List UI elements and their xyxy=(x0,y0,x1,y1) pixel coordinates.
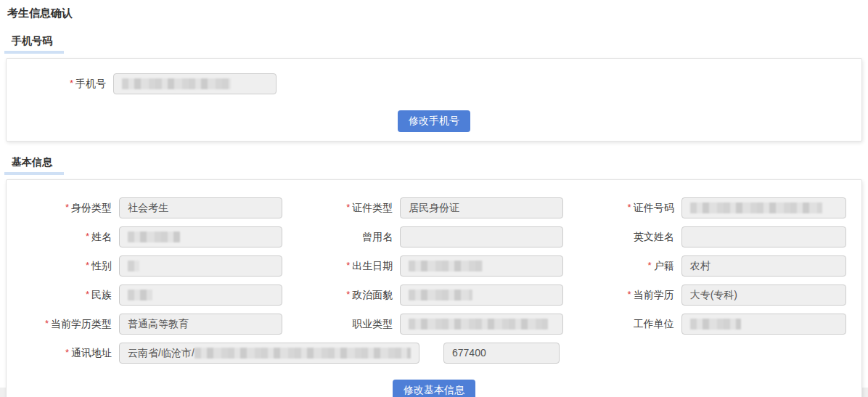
required-asterisk: * xyxy=(346,202,350,213)
basic-field-label: *工作单位 xyxy=(575,318,681,331)
address-input: 云南省/临沧市/ xyxy=(119,343,419,364)
basic-field-label: *职业类型 xyxy=(293,318,400,331)
phone-input xyxy=(113,73,277,94)
redacted-value xyxy=(690,319,741,330)
redacted-value xyxy=(128,261,139,271)
basic-field-input: 居民身份证 xyxy=(400,197,563,218)
required-asterisk: * xyxy=(628,202,631,213)
modify-phone-button[interactable]: 修改手机号 xyxy=(398,110,470,132)
required-asterisk: * xyxy=(346,289,350,300)
basic-field-label: *户籍 xyxy=(575,260,681,273)
basic-field-input: 社会考生 xyxy=(119,197,282,218)
basic-field-label: *证件类型 xyxy=(293,202,400,215)
redacted-value xyxy=(128,232,180,242)
basic-field-input xyxy=(119,226,282,247)
phone-card: *手机号 修改手机号 xyxy=(6,58,862,142)
required-asterisk: * xyxy=(86,289,89,300)
basic-field-label: *民族 xyxy=(12,289,119,302)
redacted-value xyxy=(128,290,152,300)
basic-field-label: *姓名 xyxy=(12,231,119,244)
page-title: 考生信息确认 xyxy=(0,0,868,20)
basic-field-row: *民族 xyxy=(12,285,293,306)
basic-section-header: 基本信息 xyxy=(4,156,64,175)
basic-field-input xyxy=(119,255,282,277)
basic-field-input xyxy=(119,285,282,306)
address-field-row: *通讯地址 云南省/临沧市/ 677400 xyxy=(7,343,861,364)
basic-field-row: *证件类型 居民身份证 xyxy=(293,197,574,218)
basic-field-row: *出生日期 xyxy=(293,255,574,277)
basic-field-row: *英文姓名 xyxy=(575,226,856,247)
basic-field-input xyxy=(681,226,846,247)
required-asterisk: * xyxy=(86,231,89,242)
basic-field-row: *政治面貌 xyxy=(293,285,574,306)
basic-field-label: *性别 xyxy=(12,260,119,273)
basic-field-row: *当前学历类型 普通高等教育 xyxy=(12,314,293,335)
redacted-value xyxy=(409,319,548,330)
basic-field-row: *性别 xyxy=(12,255,293,277)
basic-field-input xyxy=(400,285,563,306)
required-asterisk: * xyxy=(648,260,652,271)
basic-field-label: *当前学历 xyxy=(575,289,681,302)
required-asterisk: * xyxy=(65,202,69,213)
basic-field-input xyxy=(681,314,846,335)
phone-button-row: 修改手机号 xyxy=(7,110,861,132)
basic-field-row: *户籍 农村 xyxy=(575,255,856,277)
required-asterisk: * xyxy=(628,289,631,300)
redacted-value xyxy=(690,202,822,213)
redacted-phone-value xyxy=(122,78,231,89)
basic-field-row: *曾用名 xyxy=(293,226,574,247)
basic-fields-grid: *身份类型 社会考生 *证件类型 居民身份证 *证件号码 *姓名 *曾用名 *英… xyxy=(7,197,861,335)
basic-field-label: *当前学历类型 xyxy=(12,318,119,331)
basic-field-row: *当前学历 大专(专科) xyxy=(575,285,856,306)
basic-field-label: *出生日期 xyxy=(293,260,400,273)
basic-field-label: *曾用名 xyxy=(293,231,400,244)
phone-field-label: *手机号 xyxy=(7,78,113,91)
basic-field-label: *英文姓名 xyxy=(575,231,681,244)
basic-field-input: 大专(专科) xyxy=(681,285,846,306)
basic-field-row: *身份类型 社会考生 xyxy=(12,197,293,218)
basic-field-label: *身份类型 xyxy=(12,202,119,215)
phone-field-row: *手机号 xyxy=(7,73,861,94)
basic-field-label: *证件号码 xyxy=(575,202,681,215)
basic-field-input xyxy=(400,255,563,277)
postal-code-input: 677400 xyxy=(443,343,560,364)
basic-field-row: *职业类型 xyxy=(293,314,574,335)
basic-field-input xyxy=(400,226,563,247)
redacted-value xyxy=(409,290,472,300)
basic-field-label: *政治面貌 xyxy=(293,289,400,302)
required-asterisk: * xyxy=(70,78,73,89)
address-field-label: *通讯地址 xyxy=(12,347,119,360)
basic-field-row: *工作单位 xyxy=(575,314,856,335)
required-asterisk: * xyxy=(86,260,89,271)
basic-field-input xyxy=(681,197,846,218)
basic-field-input: 农村 xyxy=(681,255,846,277)
required-asterisk: * xyxy=(65,347,69,358)
basic-field-input: 普通高等教育 xyxy=(119,314,282,335)
basic-field-row: *证件号码 xyxy=(575,197,856,218)
basic-field-input xyxy=(400,314,563,335)
basic-field-row: *姓名 xyxy=(12,226,293,247)
phone-section-header: 手机号码 xyxy=(4,35,64,54)
required-asterisk: * xyxy=(346,260,350,271)
required-asterisk: * xyxy=(45,318,49,329)
basic-button-row: 修改基本信息 xyxy=(7,380,861,397)
basic-info-card: *身份类型 社会考生 *证件类型 居民身份证 *证件号码 *姓名 *曾用名 *英… xyxy=(6,179,862,397)
redacted-address-value xyxy=(195,348,411,359)
redacted-value xyxy=(409,261,483,271)
address-value-prefix: 云南省/临沧市/ xyxy=(128,343,195,363)
candidate-info-page: 考生信息确认 手机号码 *手机号 修改手机号 基本信息 *身份类型 社会考生 *… xyxy=(0,0,868,388)
modify-basic-info-button[interactable]: 修改基本信息 xyxy=(393,380,475,397)
